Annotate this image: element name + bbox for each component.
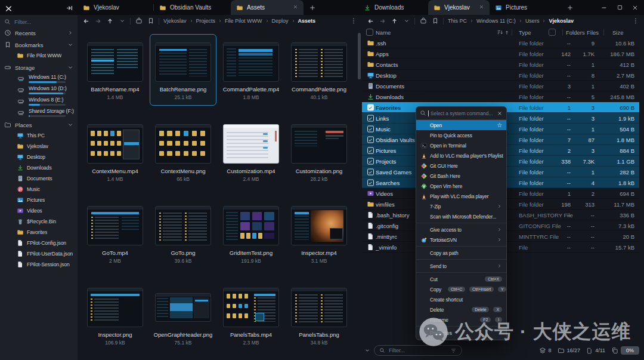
file-row-desktop[interactable]: DesktopFile folder--82.7 MB bbox=[362, 70, 639, 81]
chevron-down-icon[interactable] bbox=[67, 42, 73, 48]
breadcrumb-segment[interactable]: Users bbox=[525, 18, 540, 24]
file-row-documents[interactable]: DocumentsFile folder31402 B bbox=[362, 81, 639, 91]
sidebar-collapse-icon[interactable] bbox=[66, 4, 73, 14]
menu-item-send-to[interactable]: Send to bbox=[416, 261, 506, 271]
breadcrumb-segment[interactable]: Windows 11 (C:) bbox=[476, 18, 516, 24]
tab-pictures[interactable]: Pictures bbox=[490, 0, 561, 15]
history-dropdown-icon[interactable] bbox=[116, 16, 128, 26]
back-button[interactable] bbox=[80, 16, 92, 26]
bookmark-icon[interactable] bbox=[429, 16, 441, 26]
sidebar-item-file-pilot-www[interactable]: File Pilot WWW bbox=[0, 50, 78, 61]
menu-item-tortoisesvn[interactable]: TortoiseSVN bbox=[416, 235, 506, 245]
sidebar-section-places[interactable]: Places bbox=[0, 119, 78, 130]
grid-item-griditemtest-png[interactable]: GridItemTest.png191.9 kB bbox=[218, 198, 284, 269]
row-checkbox[interactable] bbox=[367, 158, 374, 165]
tab-close-icon[interactable] bbox=[293, 4, 298, 11]
file-row-downloads[interactable]: DownloadsFile folder--5245.8 MB bbox=[362, 91, 639, 102]
file-row-apps[interactable]: AppsFile folder1421.7K186.7 MB bbox=[362, 48, 639, 59]
menu-item-scan-with-microsoft-defender[interactable]: Scan with Microsoft Defender... bbox=[416, 211, 506, 221]
sidebar-item-shared-storage-f[interactable]: Shared Storage (F:) bbox=[0, 107, 78, 118]
sidebar-section-recents[interactable]: Recents bbox=[0, 27, 78, 38]
minimize-button[interactable] bbox=[596, 0, 612, 15]
menu-item-play-with-vlc-media-player[interactable]: Play with VLC media player bbox=[416, 191, 506, 201]
sidebar-section-bookmarks[interactable]: Bookmarks bbox=[0, 39, 78, 50]
command-search-input[interactable]: Select a system command... bbox=[416, 107, 506, 120]
scrollbar-thumb[interactable] bbox=[358, 33, 361, 79]
sidebar-section-storage[interactable]: Storage bbox=[0, 62, 78, 73]
row-checkbox[interactable] bbox=[367, 180, 374, 186]
grid-item-opengraphheader-png[interactable]: OpenGraphHeader.png75.1 kB bbox=[150, 279, 216, 351]
row-checkbox[interactable] bbox=[367, 147, 374, 154]
sidebar-item-pictures[interactable]: Pictures bbox=[0, 195, 78, 205]
bookmark-icon[interactable] bbox=[145, 16, 156, 26]
menu-item-delete[interactable]: DeleteDeleteX bbox=[416, 304, 506, 315]
sidebar-item-fpilot-session-json[interactable]: FPilot-Session.json bbox=[0, 259, 78, 270]
row-checkbox[interactable] bbox=[367, 115, 374, 122]
menu-item-7-zip[interactable]: 7-Zip bbox=[416, 201, 506, 211]
file-row-ssh[interactable]: .sshFile folder--910.6 kB bbox=[362, 38, 639, 48]
sidebar-item-fpilot-userdata-json[interactable]: FPilot-UserData.json bbox=[0, 248, 78, 259]
chevron-down-icon[interactable] bbox=[67, 122, 73, 128]
row-checkbox[interactable] bbox=[367, 137, 374, 143]
panel-menu-icon[interactable] bbox=[630, 16, 641, 26]
row-checkbox[interactable] bbox=[367, 169, 374, 176]
sidebar-item-recycle-bin[interactable]: $Recycle.Bin bbox=[0, 216, 78, 227]
menu-item-pin-to-quick-access[interactable]: Pin to Quick access bbox=[416, 130, 506, 140]
column-files[interactable]: Files bbox=[587, 29, 599, 36]
sidebar-item-videos[interactable]: Videos bbox=[0, 205, 78, 216]
type-filter-box[interactable] bbox=[549, 29, 556, 36]
row-checkbox[interactable] bbox=[367, 126, 374, 133]
sidebar-item-desktop[interactable]: Desktop bbox=[0, 152, 78, 162]
panel-menu-icon[interactable] bbox=[348, 16, 359, 26]
breadcrumb-segment[interactable]: File Pilot WWW bbox=[225, 18, 262, 24]
grid-item-inspector-png[interactable]: Inspector.png106.9 kB bbox=[82, 279, 148, 351]
row-checkbox[interactable] bbox=[367, 104, 374, 111]
column-name[interactable]: Name bbox=[376, 29, 391, 36]
sidebar-item-music[interactable]: Music bbox=[0, 184, 78, 195]
sidebar-item-documents[interactable]: Documents bbox=[0, 173, 78, 184]
grid-item-contextmenu-png[interactable]: ContextMenu.png66 kB bbox=[150, 116, 216, 187]
tab-vjekoslav[interactable]: Vjekoslav bbox=[428, 0, 490, 15]
menu-item-copy[interactable]: CopyCtrl+CCtrl+InsertY bbox=[416, 284, 506, 294]
close-icon[interactable] bbox=[497, 110, 503, 116]
vault-icon[interactable] bbox=[417, 16, 429, 26]
menu-item-give-access-to[interactable]: Give access to bbox=[416, 224, 506, 235]
tab-downloads[interactable]: Downloads bbox=[358, 0, 428, 15]
sidebar-item-this-pc[interactable]: This PC bbox=[0, 130, 78, 141]
sidebar-item-downloads[interactable]: Downloads bbox=[0, 162, 78, 173]
grid-item-panelstabs-mp4[interactable]: PanelsTabs.mp42.3 MB bbox=[218, 279, 284, 351]
maximize-button[interactable] bbox=[612, 0, 627, 15]
menu-item-add-to-vlc-media-player-s-playlist[interactable]: Add to VLC media player's Playlist bbox=[416, 150, 506, 161]
grid-item-panelstabs-png[interactable]: PanelsTabs.png34.8 kB bbox=[286, 279, 352, 351]
favorite-star-icon[interactable]: ☆ bbox=[497, 122, 502, 128]
grid-item-commandpalette-png[interactable]: CommandPalette.png40.1 kB bbox=[286, 34, 352, 106]
history-dropdown-icon[interactable] bbox=[401, 16, 412, 26]
breadcrumb-segment[interactable]: Vjekoslav bbox=[549, 18, 574, 24]
grid-item-contextmenu-mp4[interactable]: ContextMenu.mp41.4 MB bbox=[82, 116, 148, 187]
grid-item-customization-mp4[interactable]: Customization.mp42.4 MB bbox=[218, 116, 284, 187]
sidebar-item-windows-11-c[interactable]: Windows 11 (C:) bbox=[0, 73, 78, 84]
grid-item-goto-mp4[interactable]: GoTo.mp42 MB bbox=[82, 198, 148, 269]
filter-options-icon[interactable] bbox=[450, 347, 457, 354]
breadcrumb-segment[interactable]: Deploy bbox=[272, 18, 289, 24]
grid-item-inspector-mp4[interactable]: Inspector.mp43.1 MB bbox=[286, 198, 352, 269]
new-tab-button[interactable] bbox=[304, 0, 321, 15]
sidebar-item-vjekoslav[interactable]: Vjekoslav bbox=[0, 141, 78, 152]
column-size[interactable]: Size bbox=[612, 29, 623, 36]
breadcrumb-segment[interactable]: Vjekoslav bbox=[163, 18, 187, 24]
vault-icon[interactable] bbox=[133, 16, 144, 26]
menu-item-copy-as-path[interactable]: Copy as path bbox=[416, 248, 506, 258]
breadcrumb-segment[interactable]: This PC bbox=[448, 18, 467, 24]
sidebar-filter-input[interactable]: Filter... bbox=[0, 17, 78, 26]
menu-item-open-in-terminal[interactable]: Open in Terminal bbox=[416, 140, 506, 150]
grid-item-batchrename-png[interactable]: BatchRename.png25.1 kB bbox=[150, 34, 216, 106]
sidebar-item-windows-10-d[interactable]: Windows 10 (D:) bbox=[0, 84, 78, 96]
up-button[interactable] bbox=[389, 16, 400, 26]
up-button[interactable] bbox=[104, 16, 116, 26]
sidebar-item-windows-8-e[interactable]: Windows 8 (E:) bbox=[0, 96, 78, 107]
tab-vjekoslav[interactable]: Vjekoslav bbox=[78, 0, 153, 15]
select-all-checkbox[interactable] bbox=[366, 29, 373, 36]
column-type[interactable]: Type bbox=[519, 29, 531, 36]
file-row-contacts[interactable]: ContactsFile folder--1412 B bbox=[362, 59, 639, 70]
grid-item-goto-png[interactable]: GoTo.png39.6 kB bbox=[150, 198, 216, 269]
